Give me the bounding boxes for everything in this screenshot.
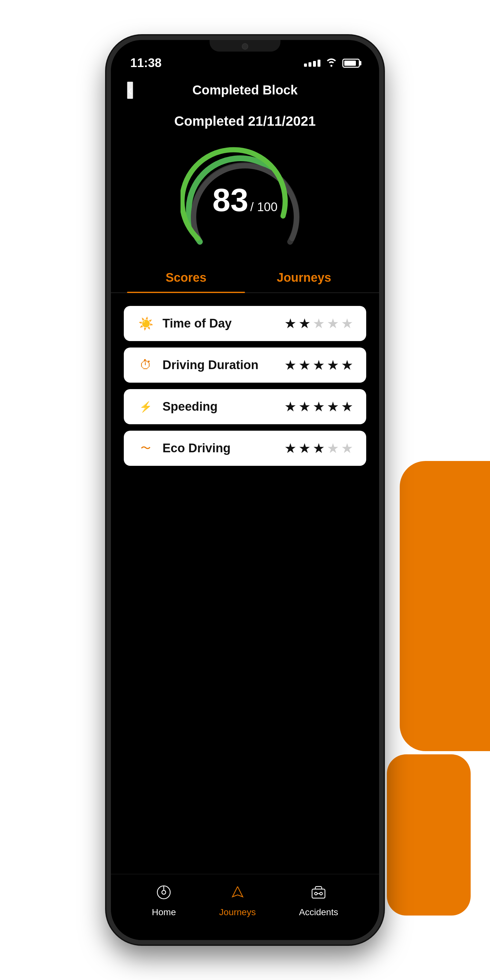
star: ★	[299, 357, 311, 373]
score-item-eco-driving[interactable]: 〜 Eco Driving ★ ★ ★ ★ ★	[124, 431, 366, 466]
star: ★	[313, 357, 325, 373]
star: ★	[341, 399, 353, 415]
star: ★	[341, 316, 353, 331]
status-icons	[304, 57, 360, 69]
side-button	[380, 169, 383, 208]
signal-icon	[304, 60, 320, 67]
bottom-nav: Home Journeys	[111, 874, 379, 940]
star: ★	[299, 441, 311, 456]
time-of-day-stars: ★ ★ ★ ★ ★	[284, 316, 353, 331]
score-denominator: / 100	[250, 200, 278, 214]
nav-item-journeys[interactable]: Journeys	[219, 884, 256, 918]
tab-scores[interactable]: Scores	[127, 264, 245, 293]
accidents-label: Accidents	[299, 907, 338, 918]
star: ★	[313, 316, 325, 331]
star: ★	[299, 399, 311, 415]
star: ★	[284, 357, 297, 373]
driving-duration-stars: ★ ★ ★ ★ ★	[284, 357, 353, 373]
journeys-label: Journeys	[219, 907, 256, 918]
bg-orange-bottom	[387, 754, 471, 916]
score-number: 83	[212, 184, 248, 216]
status-time: 11:38	[130, 56, 162, 70]
home-icon	[155, 884, 172, 904]
app-header: ‹ Completed Block	[111, 76, 379, 107]
scores-list: ☀️ Time of Day ★ ★ ★ ★ ★ ⏱ Driving Durat…	[111, 303, 379, 469]
back-button[interactable]: ‹	[127, 81, 133, 99]
svg-point-5	[320, 892, 322, 895]
phone-notch	[210, 40, 280, 52]
time-of-day-label: Time of Day	[162, 317, 277, 331]
completed-date: Completed 21/11/2021	[111, 107, 379, 138]
gauge-container: 83 / 100	[111, 138, 379, 264]
time-of-day-icon: ☀️	[137, 317, 155, 331]
header-title: Completed Block	[192, 83, 298, 97]
driving-duration-label: Driving Duration	[162, 358, 277, 372]
phone-camera	[242, 43, 248, 49]
star: ★	[284, 316, 297, 331]
score-item-speeding[interactable]: ⚡ Speeding ★ ★ ★ ★ ★	[124, 389, 366, 424]
gauge-score: 83 / 100	[212, 184, 278, 216]
speeding-label: Speeding	[162, 400, 277, 414]
driving-duration-icon: ⏱	[137, 358, 155, 372]
star: ★	[327, 316, 339, 331]
star: ★	[313, 441, 325, 456]
tab-journeys[interactable]: Journeys	[245, 264, 363, 293]
star: ★	[341, 441, 353, 456]
wifi-icon	[326, 57, 337, 69]
star: ★	[341, 357, 353, 373]
speeding-stars: ★ ★ ★ ★ ★	[284, 399, 353, 415]
star: ★	[327, 357, 339, 373]
content-spacer	[111, 469, 379, 874]
home-label: Home	[152, 907, 176, 918]
eco-driving-icon: 〜	[137, 441, 155, 455]
svg-point-1	[162, 890, 166, 894]
eco-driving-label: Eco Driving	[162, 441, 277, 455]
nav-item-home[interactable]: Home	[152, 884, 176, 918]
star: ★	[327, 399, 339, 415]
score-item-time-of-day[interactable]: ☀️ Time of Day ★ ★ ★ ★ ★	[124, 306, 366, 341]
star: ★	[284, 399, 297, 415]
star: ★	[313, 399, 325, 415]
phone-frame: 11:38 ‹ Comple	[107, 35, 383, 945]
nav-item-accidents[interactable]: Accidents	[299, 884, 338, 918]
star: ★	[327, 441, 339, 456]
battery-icon	[342, 59, 360, 68]
star: ★	[284, 441, 297, 456]
star: ★	[299, 316, 311, 331]
eco-driving-stars: ★ ★ ★ ★ ★	[284, 441, 353, 456]
tabs: Scores Journeys	[111, 264, 379, 293]
screen: 11:38 ‹ Comple	[111, 40, 379, 940]
journeys-icon	[229, 884, 246, 904]
accidents-icon	[310, 884, 327, 904]
score-item-driving-duration[interactable]: ⏱ Driving Duration ★ ★ ★ ★ ★	[124, 347, 366, 383]
svg-point-4	[315, 892, 317, 895]
bg-orange-right	[400, 461, 490, 751]
speeding-icon: ⚡	[137, 401, 155, 413]
